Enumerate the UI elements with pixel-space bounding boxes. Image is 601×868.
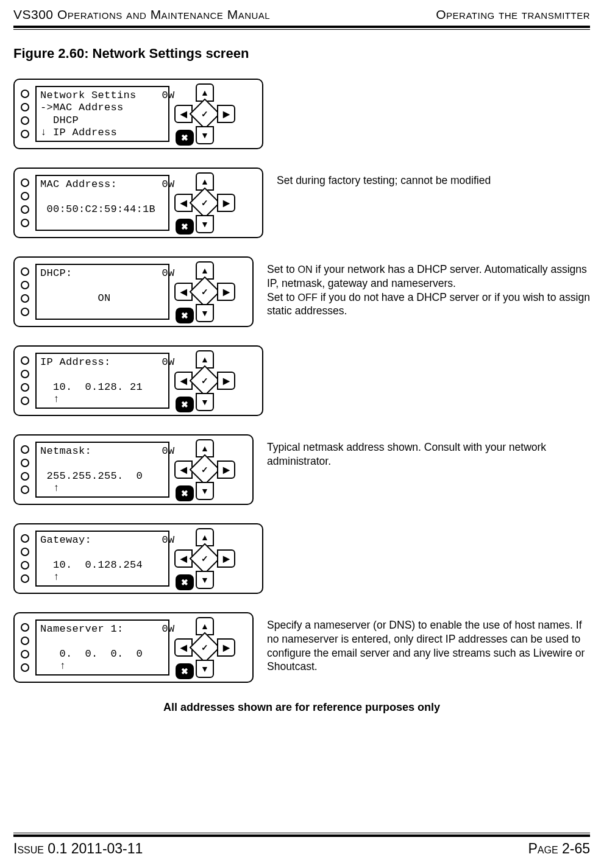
reference-note: All addresses shown are for reference pu…: [13, 701, 590, 714]
check-icon: [201, 376, 208, 386]
cancel-button[interactable]: [176, 397, 194, 412]
led-column: [20, 622, 30, 673]
page-footer: Issue 0.1 2011-03-11 Page 2-65: [13, 831, 590, 857]
led-indicator: [21, 205, 29, 214]
device-panel: Network Settins 0W ->MAC Address DHCP ↓ …: [13, 79, 263, 149]
ok-button[interactable]: [190, 454, 221, 485]
led-indicator: [21, 485, 29, 494]
down-button[interactable]: [196, 126, 214, 144]
led-indicator: [21, 383, 29, 392]
right-button[interactable]: [217, 549, 235, 568]
header-rule-thin: [13, 29, 590, 30]
arrow-left-icon: [180, 376, 187, 386]
ok-button[interactable]: [190, 543, 221, 574]
nav-dpad: [174, 439, 235, 500]
cross-icon: [181, 222, 188, 231]
led-indicator: [21, 650, 29, 658]
arrow-left-icon: [180, 643, 187, 652]
led-indicator: [21, 548, 29, 556]
ok-button[interactable]: [190, 277, 221, 308]
arrow-down-icon: [201, 575, 209, 585]
lcd-display: DHCP: 0W ON: [35, 264, 169, 320]
right-button[interactable]: [217, 105, 235, 123]
led-indicator: [21, 178, 29, 187]
right-button[interactable]: [217, 283, 235, 301]
cancel-button[interactable]: [176, 130, 194, 146]
header-left: VS300 Operations and Maintenance Manual: [13, 7, 270, 22]
down-button[interactable]: [196, 660, 214, 678]
arrow-right-icon: [223, 554, 230, 563]
header-right: Operating the transmitter: [436, 7, 590, 22]
led-indicator: [21, 308, 29, 316]
arrow-right-icon: [223, 376, 230, 386]
check-icon: [201, 465, 208, 475]
lcd-display: Network Settins 0W ->MAC Address DHCP ↓ …: [35, 86, 169, 142]
footer-rule-thin: [13, 833, 590, 833]
led-indicator: [21, 637, 29, 645]
arrow-left-icon: [180, 287, 187, 297]
led-indicator: [21, 574, 29, 583]
down-button[interactable]: [196, 393, 214, 411]
cancel-button[interactable]: [176, 663, 194, 679]
down-button[interactable]: [196, 304, 214, 322]
footer-right: Page 2-65: [528, 841, 590, 857]
led-column: [20, 177, 30, 228]
right-button[interactable]: [217, 194, 235, 212]
ok-button[interactable]: [190, 365, 221, 397]
nav-dpad: [174, 528, 235, 589]
lcd-display: MAC Address: 0W 00:50:C2:59:44:1B: [35, 175, 169, 231]
down-button[interactable]: [196, 571, 214, 589]
nav-dpad: [174, 350, 235, 411]
led-column: [20, 266, 30, 317]
nav-dpad: [174, 83, 235, 144]
lcd-display: Gateway: 0W 10. 0.128.254 ↑: [35, 531, 169, 587]
led-indicator: [21, 192, 29, 200]
nav-dpad: [174, 261, 235, 322]
cancel-button[interactable]: [176, 219, 194, 235]
right-button[interactable]: [217, 372, 235, 390]
ok-button[interactable]: [190, 99, 221, 130]
right-button[interactable]: [217, 638, 235, 657]
led-column: [20, 355, 30, 406]
screen-description: Set during factory testing; cannot be mo…: [277, 168, 491, 188]
cancel-button[interactable]: [176, 308, 194, 323]
arrow-down-icon: [201, 486, 209, 496]
led-indicator: [21, 219, 29, 227]
arrow-down-icon: [201, 664, 209, 674]
cross-icon: [181, 577, 188, 587]
check-icon: [201, 109, 208, 119]
arrow-right-icon: [223, 198, 230, 208]
nav-dpad: [174, 617, 235, 678]
lcd-display: Netmask: 0W 255.255.255. 0 ↑: [35, 442, 169, 498]
down-button[interactable]: [196, 215, 214, 233]
arrow-right-icon: [223, 109, 230, 119]
cross-icon: [181, 311, 188, 320]
cross-icon: [181, 400, 188, 409]
arrow-up-icon: [201, 355, 209, 364]
device-panel: IP Address: 0W 10. 0.128. 21 ↑: [13, 345, 263, 416]
led-indicator: [21, 397, 29, 405]
lcd-display: IP Address: 0W 10. 0.128. 21 ↑: [35, 353, 169, 409]
screen-description: Specify a nameserver (or DNS) to enable …: [267, 612, 590, 674]
cancel-button[interactable]: [176, 485, 194, 501]
led-indicator: [21, 472, 29, 481]
ok-button[interactable]: [190, 188, 221, 219]
right-button[interactable]: [217, 460, 235, 479]
screen-row: IP Address: 0W 10. 0.128. 21 ↑: [13, 345, 590, 416]
led-indicator: [21, 623, 29, 632]
arrow-up-icon: [201, 266, 209, 275]
down-button[interactable]: [196, 482, 214, 500]
device-panel: Netmask: 0W 255.255.255. 0 ↑: [13, 434, 254, 505]
arrow-up-icon: [201, 443, 209, 453]
led-indicator: [21, 281, 29, 289]
header-rule-thick: [13, 26, 590, 28]
led-indicator: [21, 130, 29, 138]
check-icon: [201, 554, 208, 563]
device-panel: DHCP: 0W ON: [13, 256, 254, 327]
cancel-button[interactable]: [176, 574, 194, 590]
arrow-up-icon: [201, 621, 209, 631]
ok-button[interactable]: [190, 632, 221, 663]
led-column: [20, 533, 30, 584]
screen-row: Nameserver 1: 0W 0. 0. 0. 0 ↑ Specify a …: [13, 612, 590, 683]
arrow-up-icon: [201, 532, 209, 542]
